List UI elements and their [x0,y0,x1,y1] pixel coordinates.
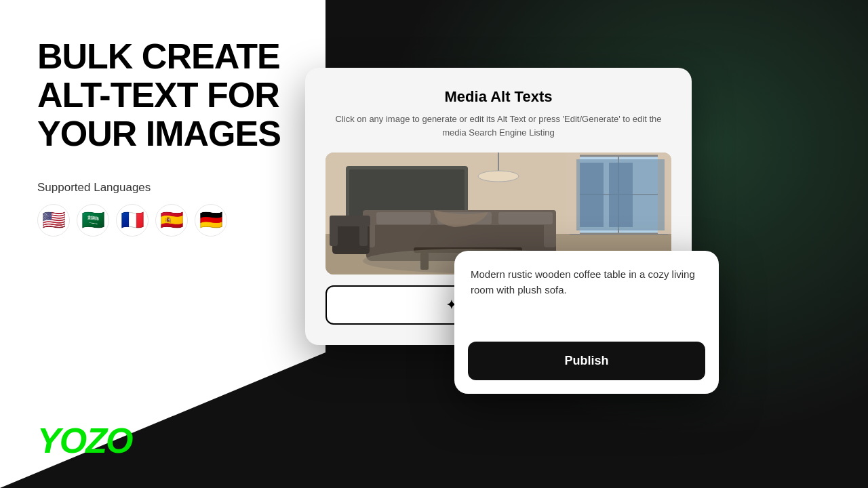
svg-rect-26 [359,216,368,246]
flag-arabic: 🇸🇦 [77,204,109,237]
svg-rect-29 [580,163,604,227]
yozo-logo: YOZO [37,420,288,461]
flag-french: 🇫🇷 [116,204,149,237]
left-panel: BULK CREATE ALT-TEXT FOR YOUR IMAGES Sup… [0,0,326,488]
flag-english: 🇺🇸 [37,204,70,237]
main-headline: BULK CREATE ALT-TEXT FOR YOUR IMAGES [37,37,288,154]
svg-rect-25 [330,216,338,246]
languages-section: Supported Languages 🇺🇸 🇸🇦 🇫🇷 🇪🇸 🇩🇪 [37,181,288,237]
card-title: Media Alt Texts [326,88,671,106]
flags-row: 🇺🇸 🇸🇦 🇫🇷 🇪🇸 🇩🇪 [37,204,288,237]
publish-button[interactable]: Publish [468,342,705,380]
alt-text-input[interactable]: Modern rustic wooden coffee table in a c… [468,264,705,332]
card-subtitle: Click on any image to generate or edit i… [326,113,671,139]
flag-spanish: 🇪🇸 [155,204,188,237]
svg-rect-30 [609,163,633,227]
svg-rect-17 [376,212,431,224]
flag-german: 🇩🇪 [195,204,227,237]
alt-text-popup-card: Modern rustic wooden coffee table in a c… [454,251,719,394]
svg-rect-19 [498,212,553,224]
languages-label: Supported Languages [37,181,288,195]
svg-point-12 [478,171,519,182]
